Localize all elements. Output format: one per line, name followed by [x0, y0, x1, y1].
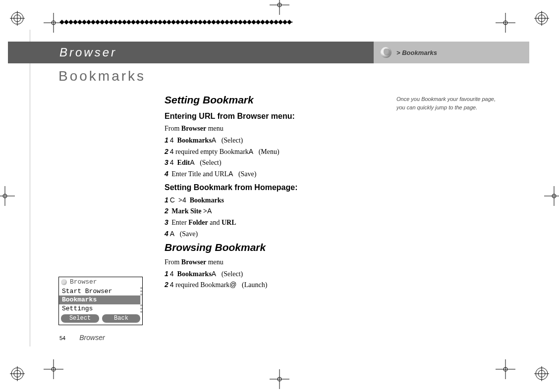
key-symbol: A — [249, 147, 253, 155]
crop-mark-icon — [0, 186, 15, 206]
softkey-hint: (Select) — [222, 270, 243, 278]
registration-mark-icon — [10, 366, 25, 381]
step-number: 4 — [165, 170, 168, 178]
crop-mark-icon — [44, 359, 63, 379]
key-symbol: A — [190, 158, 194, 166]
crop-mark-icon — [544, 186, 559, 206]
registration-mark-icon — [534, 11, 549, 26]
step-number: 3 — [165, 158, 168, 166]
section-heading-browsing: Browsing Bookmark — [165, 240, 388, 256]
step-1: 14 BookmarksA (Select) — [165, 135, 388, 146]
phone-menu-item-selected: Bookmarks — [59, 295, 142, 304]
phone-softkey-right: Back — [102, 314, 140, 322]
key-symbol: @ — [229, 281, 236, 289]
text: From — [165, 258, 181, 266]
text-bold: Browser — [181, 125, 206, 132]
page-edge-line — [30, 30, 30, 346]
phone-screenshot: Browser Start Browser Bookmarks Settings… — [58, 277, 143, 325]
globe-icon — [381, 47, 391, 58]
softkey-hint: (Save) — [238, 170, 257, 178]
text-bold: Browser — [181, 258, 206, 266]
step-b2: 2 Mark Site >A — [165, 206, 388, 217]
phone-menu-item: Settings — [59, 304, 142, 313]
key-symbol: 4 — [170, 136, 174, 144]
step-number: 2 — [165, 207, 168, 215]
step-number: 2 — [165, 147, 168, 155]
step-b1: 1C >4 Bookmarks — [165, 195, 388, 206]
globe-icon — [61, 279, 67, 285]
page-number: 54 — [59, 335, 65, 341]
crop-mark-icon — [270, 0, 289, 15]
step-c2: 24 required Bookmark@ (Launch) — [165, 280, 388, 291]
text: menu — [206, 258, 224, 266]
text-bold: Bookmarks — [190, 196, 224, 204]
breadcrumb: > Bookmarks — [374, 42, 529, 63]
footer-section-label: Browser — [79, 334, 105, 342]
softkey-hint: (Select) — [222, 137, 243, 144]
phone-title: Browser — [70, 278, 97, 286]
phone-softkey-left: Select — [61, 314, 99, 322]
content-body: Setting Bookmark Entering URL from Brows… — [165, 92, 388, 291]
subheading-url-from-menu: Entering URL from Browser menu: — [165, 110, 388, 123]
breadcrumb-text: > Bookmarks — [396, 49, 437, 56]
step-b4: 4A (Save) — [165, 229, 388, 240]
key-symbol: 4 — [170, 158, 174, 166]
phone-menu-item: Start Browser — [59, 287, 142, 296]
step-3: 34 EditA (Select) — [165, 157, 388, 168]
chapter-title: Browser — [8, 42, 374, 63]
text: required empty Bookmark — [174, 148, 249, 155]
text: and — [208, 219, 222, 226]
crop-mark-icon — [496, 359, 515, 379]
text: From — [165, 125, 181, 132]
context-line: From Browser menu — [165, 123, 388, 134]
step-number: 2 — [165, 281, 168, 289]
registration-mark-icon — [10, 11, 25, 26]
registration-mark-icon — [534, 366, 549, 381]
text-bold: Mark Site > — [171, 207, 207, 215]
text-bold: URL — [222, 219, 236, 226]
softkey-hint: (Save) — [180, 230, 198, 238]
softkey-hint: (Launch) — [242, 281, 267, 289]
key-symbol: A — [228, 170, 233, 178]
page-footer: 54 Browser — [59, 334, 105, 342]
crop-mark-icon — [270, 369, 289, 389]
side-note: Once you Bookmark your favourite page, y… — [396, 95, 505, 111]
step-c1: 14 BookmarksA (Select) — [165, 269, 388, 280]
step-number: 4 — [165, 230, 168, 238]
key-symbol: 4 — [170, 270, 174, 278]
text: Enter — [170, 219, 188, 226]
key-symbol: A — [212, 270, 216, 278]
step-number: 1 — [165, 270, 168, 278]
phone-softkey-row: Select Back — [59, 313, 142, 324]
text-bold: Folder — [188, 219, 208, 226]
chapter-header: Browser > Bookmarks — [8, 42, 529, 63]
step-4: 4 Enter Title and URLA (Save) — [165, 169, 388, 180]
text-bold: > — [178, 196, 182, 204]
key-symbol: C — [170, 196, 175, 204]
key-symbol: 4 — [170, 281, 174, 289]
context-line: From Browser menu — [165, 257, 388, 268]
crop-mark-icon — [496, 13, 515, 33]
phone-title-row: Browser — [59, 277, 142, 287]
softkey-hint: (Select) — [200, 159, 222, 166]
text-bold: Edit — [177, 159, 190, 166]
step-b3: 3 Enter Folder and URL — [165, 217, 388, 228]
subheading-from-homepage: Setting Bookmark from Homepage: — [165, 182, 388, 194]
step-number: 1 — [165, 136, 168, 144]
text: required Bookmark — [174, 281, 230, 289]
step-number: 3 — [165, 218, 168, 226]
text-bold: Bookmarks — [177, 137, 212, 144]
text-bold: Bookmarks — [177, 270, 212, 278]
softkey-hint: (Menu) — [259, 148, 280, 155]
text: Enter Title and URL — [170, 170, 228, 178]
decorative-diamond-row: ◆◆◆◆◆◆◆◆◆◆◆◆◆◆◆◆◆◆◆◆◆◆◆◆◆◆◆◆◆◆◆◆◆◆◆◆◆◆◆◆… — [59, 18, 292, 26]
step-2: 24 required empty BookmarkA (Menu) — [165, 147, 388, 157]
key-symbol: 4 — [182, 196, 186, 204]
key-symbol: A — [170, 230, 174, 238]
key-symbol: A — [212, 136, 216, 144]
step-number: 1 — [165, 196, 168, 204]
section-heading-setting: Setting Bookmark — [165, 92, 388, 108]
key-symbol: 4 — [170, 147, 174, 155]
page-title: Bookmarks — [58, 68, 146, 84]
text: menu — [206, 125, 224, 132]
